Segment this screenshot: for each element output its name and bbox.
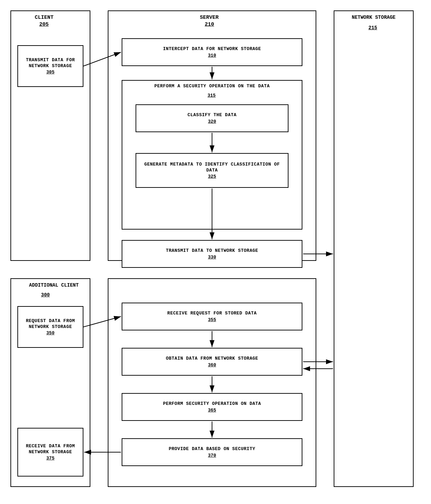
classify-label: CLASSIFY THE DATA: [187, 112, 236, 118]
server-title: SERVER: [200, 15, 219, 21]
perform-security2-number: 365: [208, 408, 216, 413]
client-number: 205: [39, 22, 49, 27]
transmit-label: TRANSMIT DATA FOR NETWORK STORAGE: [21, 57, 80, 69]
network-storage-number: 215: [368, 25, 377, 31]
network-storage-title: NETWORK STORAGE: [339, 15, 408, 20]
generate-meta-label: GENERATE METADATA TO IDENTIFY CLASSIFICA…: [139, 162, 285, 174]
generate-meta-number: 325: [208, 174, 216, 179]
diagram: CLIENT 205 TRANSMIT DATA FOR NETWORK STO…: [0, 0, 431, 504]
additional-client-number: 300: [41, 292, 50, 298]
box-receive-data: RECEIVE DATA FROM NETWORK STORAGE 375: [17, 428, 83, 477]
receive-data-label: RECEIVE DATA FROM NETWORK STORAGE: [21, 443, 80, 455]
additional-client-title: ADDITIONAL CLIENT: [21, 282, 87, 288]
provide-data-number: 370: [208, 453, 216, 458]
box-intercept-data: INTERCEPT DATA FOR NETWORK STORAGE 310: [122, 38, 302, 66]
box-receive-request: RECEIVE REQUEST FOR STORED DATA 355: [122, 303, 302, 330]
box-transmit-data-network-storage: TRANSMIT DATA FOR NETWORK STORAGE 305: [17, 45, 83, 87]
client-title: CLIENT: [35, 15, 54, 21]
provide-data-label: PROVIDE DATA BASED ON SECURITY: [169, 446, 255, 452]
security-op-label: PERFORM A SECURITY OPERATION ON THE DATA: [129, 83, 295, 89]
server-number: 210: [205, 22, 214, 27]
transmit-storage-number: 330: [208, 255, 216, 260]
box-provide-data: PROVIDE DATA BASED ON SECURITY 370: [122, 438, 302, 466]
receive-req-number: 355: [208, 317, 216, 322]
perform-security2-label: PERFORM SECURITY OPERATION ON DATA: [163, 401, 261, 407]
obtain-data-label: OBTAIN DATA FROM NETWORK STORAGE: [166, 356, 258, 362]
box-transmit-to-storage: TRANSMIT DATA TO NETWORK STORAGE 330: [122, 240, 302, 268]
box-obtain-data: OBTAIN DATA FROM NETWORK STORAGE 360: [122, 348, 302, 376]
transmit-number: 305: [46, 70, 54, 75]
box-perform-security2: PERFORM SECURITY OPERATION ON DATA 365: [122, 393, 302, 421]
request-data-label: REQUEST DATA FROM NETWORK STORAGE: [21, 318, 80, 330]
obtain-data-number: 360: [208, 362, 216, 368]
classify-number: 320: [208, 119, 216, 124]
intercept-number: 310: [208, 53, 216, 58]
request-data-number: 350: [46, 330, 54, 336]
box-request-data: REQUEST DATA FROM NETWORK STORAGE 350: [17, 306, 83, 348]
intercept-label: INTERCEPT DATA FOR NETWORK STORAGE: [163, 46, 261, 52]
receive-req-label: RECEIVE REQUEST FOR STORED DATA: [167, 311, 257, 317]
receive-data-number: 375: [46, 456, 54, 461]
transmit-storage-label: TRANSMIT DATA TO NETWORK STORAGE: [166, 248, 258, 254]
security-op-number: 315: [208, 93, 216, 98]
box-generate-metadata: GENERATE METADATA TO IDENTIFY CLASSIFICA…: [136, 153, 288, 188]
network-storage-outer-box: [334, 10, 414, 487]
box-classify-data: CLASSIFY THE DATA 320: [136, 104, 288, 132]
